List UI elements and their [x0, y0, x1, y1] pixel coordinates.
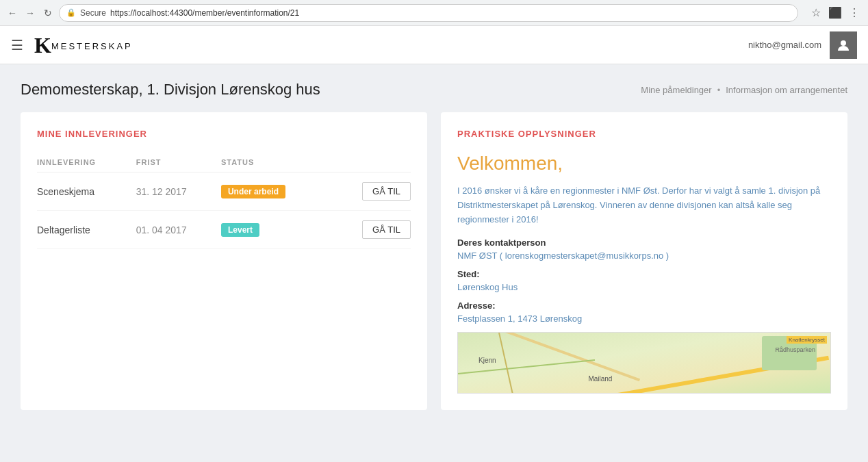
- page-content: Demomesterskap, 1. Divisjon Lørenskog hu…: [0, 64, 868, 462]
- forward-button[interactable]: →: [23, 6, 37, 20]
- kontaktperson-label: Deres kontaktperson: [457, 238, 831, 248]
- header-right: niktho@gmail.com: [740, 31, 857, 59]
- praktiske-card: PRAKTISKE OPPLYSNINGER Velkommen, I 2016…: [441, 112, 847, 410]
- col-frist: FRIST: [136, 153, 221, 172]
- sted-label: Sted:: [457, 269, 831, 279]
- address-bar[interactable]: 🔒 Secure https://localhost:44300/member/…: [59, 4, 798, 22]
- app-header: ☰ K MESTERSKAP niktho@gmail.com: [0, 26, 868, 64]
- go-til-button[interactable]: GÅ TIL: [362, 220, 411, 239]
- row-name: Sceneskjema: [37, 172, 136, 211]
- status-badge: Under arbeid: [221, 185, 285, 198]
- praktiske-title: PRAKTISKE OPPLYSNINGER: [457, 129, 831, 139]
- kontaktperson-value: NMF ØST ( lorenskogmesterskapet@musikkor…: [457, 251, 831, 261]
- url-text: https://localhost:44300/member/eventinfo…: [110, 8, 299, 18]
- welcome-text: Velkommen: [457, 153, 557, 174]
- page-title: Demomesterskap, 1. Divisjon Lørenskog hu…: [21, 81, 320, 99]
- logo-k: K: [34, 34, 51, 56]
- menu-icon[interactable]: ☰: [11, 37, 23, 53]
- header-left: ☰ K MESTERSKAP: [11, 34, 133, 56]
- user-email: niktho@gmail.com: [740, 34, 830, 55]
- row-action[interactable]: GÅ TIL: [329, 172, 411, 211]
- sted-value: Lørenskog Hus: [457, 282, 831, 292]
- page-nav: Mine påmeldinger • Informasjon om arrang…: [641, 85, 847, 95]
- secure-label: Secure: [80, 8, 106, 18]
- innleveringer-table: INNLEVERING FRIST STATUS Sceneskjema 31.…: [37, 153, 411, 249]
- welcome-comma: ,: [557, 153, 563, 174]
- adresse-label: Adresse:: [457, 300, 831, 311]
- svg-line-2: [499, 333, 513, 393]
- main-grid: MINE INNLEVERINGER INNLEVERING FRIST STA…: [0, 112, 868, 410]
- nav-separator: •: [717, 85, 721, 95]
- browser-chrome: ← → ↻ 🔒 Secure https://localhost:44300/m…: [0, 0, 868, 26]
- status-badge: Levert: [221, 223, 259, 237]
- row-name: Deltagerliste: [37, 211, 136, 249]
- map-image: Rådhusparken Kjenn Mailand Knattenkrysse…: [457, 332, 831, 394]
- table-row: Deltagerliste 01. 04 2017 Levert GÅ TIL: [37, 211, 411, 249]
- row-frist: 01. 04 2017: [136, 211, 221, 249]
- svg-point-0: [841, 40, 846, 46]
- cast-button[interactable]: ⬛: [827, 5, 843, 21]
- welcome-heading: Velkommen,: [457, 153, 831, 175]
- adresse-value: Festplassen 1, 1473 Lørenskog: [457, 313, 831, 324]
- reload-button[interactable]: ↻: [41, 6, 55, 20]
- col-status: STATUS: [221, 153, 329, 172]
- row-frist: 31. 12 2017: [136, 172, 221, 211]
- go-til-button[interactable]: GÅ TIL: [362, 182, 411, 201]
- back-button[interactable]: ←: [5, 6, 19, 20]
- page-header: Demomesterskap, 1. Divisjon Lørenskog hu…: [0, 64, 868, 112]
- browser-action-buttons: ☆ ⬛ ⋮: [808, 5, 863, 21]
- innleveringer-card: MINE INNLEVERINGER INNLEVERING FRIST STA…: [21, 112, 427, 410]
- lock-icon: 🔒: [66, 8, 76, 17]
- avatar[interactable]: [830, 31, 857, 59]
- innleveringer-title: MINE INNLEVERINGER: [37, 129, 411, 139]
- col-innlevering: INNLEVERING: [37, 153, 136, 172]
- informasjon-link[interactable]: Informasjon om arrangementet: [726, 85, 847, 95]
- description-text: I 2016 ønsker vi å kåre en regionmester …: [457, 184, 831, 227]
- more-button[interactable]: ⋮: [846, 5, 863, 21]
- row-action[interactable]: GÅ TIL: [329, 211, 411, 249]
- row-status: Under arbeid: [221, 172, 329, 211]
- bookmark-button[interactable]: ☆: [808, 5, 824, 21]
- logo-text: MESTERSKAP: [51, 41, 133, 51]
- map-svg: [458, 333, 830, 393]
- svg-line-1: [458, 360, 595, 374]
- row-status: Levert: [221, 211, 329, 249]
- table-row: Sceneskjema 31. 12 2017 Under arbeid GÅ …: [37, 172, 411, 211]
- mine-pameldinger-link[interactable]: Mine påmeldinger: [641, 85, 711, 95]
- logo: K MESTERSKAP: [34, 34, 133, 56]
